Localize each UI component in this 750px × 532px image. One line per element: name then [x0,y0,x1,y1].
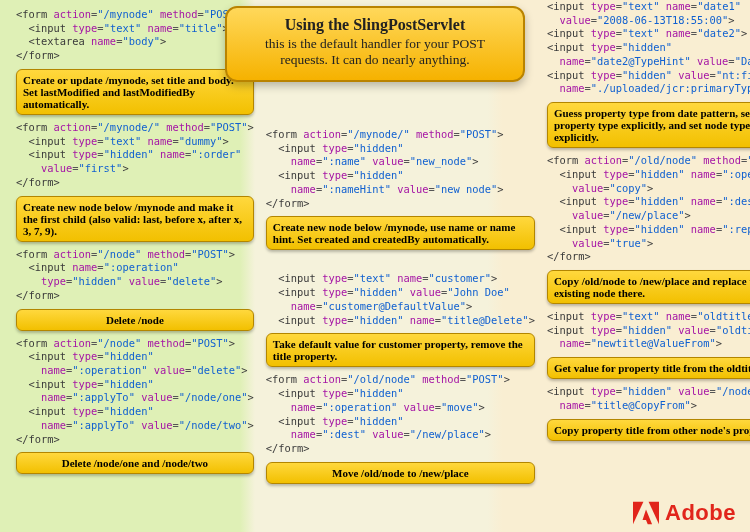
annotation: Copy /old/node to /new/place and replace… [547,270,750,304]
annotation: Create or update /mynode, set title and … [16,69,254,115]
code-snippet: <form action="/node" method="POST"> <inp… [16,248,254,303]
code-snippet: <input type="text" name="customer"> <inp… [266,272,535,327]
code-snippet: <input type="text" name="date1" value="2… [547,0,750,96]
annotation: Move /old/node to /new/place [266,462,535,484]
code-snippet: <form action="/mynode" method="POST"> <i… [16,8,254,63]
header-subtitle: this is the default handler for your POS… [241,36,509,68]
code-snippet: <form action="/node" method="POST"> <inp… [16,337,254,447]
annotation: Create new node below /mynode and make i… [16,196,254,242]
annotation: Get value for property title from the ol… [547,357,750,379]
code-snippet: <form action="/old/node" method="POST"> … [547,154,750,264]
header-card: Using the SlingPostServlet this is the d… [225,6,525,82]
adobe-logo-text: Adobe [665,500,736,526]
annotation: Delete /node/one and /node/two [16,452,254,474]
annotation: Copy property title from other node's pr… [547,419,750,441]
adobe-logo-icon [633,501,659,525]
annotation: Take default value for customer property… [266,333,535,367]
header-title: Using the SlingPostServlet [241,16,509,34]
code-snippet: <form action="/mynode/" method="POST"> <… [16,121,254,190]
column-right: <input type="text" name="date1" value="2… [541,8,750,496]
code-snippet: <input type="hidden" value="/node/prop" … [547,385,750,412]
column-left: <form action="/mynode" method="POST"> <i… [10,8,260,496]
code-snippet: <input type="text" name="oldtitle"> <inp… [547,310,750,351]
annotation: Guess property type from date pattern, s… [547,102,750,148]
code-snippet: <form action="/old/node" method="POST"> … [266,373,535,455]
adobe-logo: Adobe [633,500,736,526]
annotation: Create new node below /mynode, use name … [266,216,535,250]
code-snippet: <form action="/mynode/" method="POST"> <… [266,128,535,210]
annotation: Delete /node [16,309,254,331]
